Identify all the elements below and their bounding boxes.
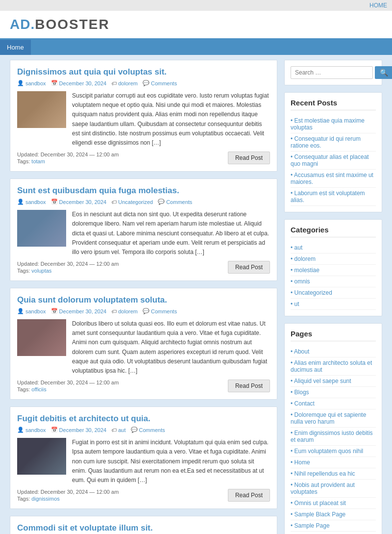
site-logo: AD.BOOSTER [10,17,382,32]
posts-container: Dignissimos aut quia qui voluptas sit. 👤… [10,60,277,534]
categories-title: Categories [291,226,376,237]
post-title-link-1[interactable]: Sunt est quibusdam quia fuga molestias. [17,186,179,195]
post-meta-2: 👤 sandbox 📅 December 30, 2024 🏷 dolorem … [17,308,270,314]
category-link-3[interactable]: omnis [294,278,310,285]
post-footer-3: Updated: December 30, 2024 — 12:00 am Ta… [17,489,270,502]
category-link-4[interactable]: Uncategorized [294,289,332,296]
page-link-7[interactable]: Eum voluptatem quos nihil [294,448,364,455]
recent-post-link-2[interactable]: Consequatur alias et placeat quo magni [291,153,369,167]
category-link-0[interactable]: aut [294,244,303,251]
page-item: Eum voluptatem quos nihil [291,446,376,457]
category-link-5[interactable]: ut [294,301,299,307]
post-body-2: Doloribus libero ut soluta quasi eos. Il… [17,319,270,376]
search-widget: 🔍 [284,60,382,85]
page-item: Sample Page [291,520,376,532]
post-thumbnail-3 [17,438,66,475]
page-link-2[interactable]: Aliquid vel saepe sunt [294,378,351,384]
post-item: Fugit debitis et architecto ut quia. 👤 s… [10,407,277,509]
category-link-1[interactable]: dolorem [294,255,316,262]
page-link-5[interactable]: Doloremque qui et sapiente nulla vero ha… [291,411,366,425]
category-item: omnis [291,276,376,287]
recent-post-link-4[interactable]: Laborum est sit voluptatem alias. [291,190,365,203]
post-title-link-3[interactable]: Fugit debitis et architecto ut quia. [17,414,150,423]
page-item: Nobis aut provident aut voluptates [291,480,376,498]
page-link-4[interactable]: Contact [294,400,315,407]
post-excerpt-3: Fugiat in porro est sit in animi incidun… [72,438,270,485]
post-tags-1: Tags: voluptas [17,268,119,274]
post-date-1: 📅 December 30, 2024 [51,199,107,205]
categories-list: autdoloremmolestiaeomnisUncategorizedut [291,242,376,310]
page-item: Sample Black Page [291,509,376,520]
search-button[interactable]: 🔍 [375,66,392,79]
home-link[interactable]: HOME [369,2,387,9]
content-area: Dignissimos aut quia qui voluptas sit. 👤… [10,60,277,534]
post-updated-3: Updated: December 30, 2024 — 12:00 am [17,489,119,495]
recent-post-link-1[interactable]: Consequatur id qui rerum ratione eos. [291,135,361,149]
category-item: ut [291,299,376,310]
post-footer-left-3: Updated: December 30, 2024 — 12:00 am Ta… [17,489,119,502]
post-thumbnail-1 [17,210,66,247]
pages-widget: Pages AboutAlias enim architecto soluta … [284,323,382,534]
post-footer-left-0: Updated: December 30, 2024 — 12:00 am Ta… [17,152,119,164]
post-excerpt-2: Doloribus libero ut soluta quasi eos. Il… [72,319,270,376]
post-updated-1: Updated: December 30, 2024 — 12:00 am [17,261,119,267]
read-post-button-2[interactable]: Read Post [228,380,270,392]
post-category-2: 🏷 dolorem [111,308,138,314]
page-link-13[interactable]: Sample Page [294,522,330,529]
logo-booster: BOOSTER [35,17,109,32]
category-item: dolorem [291,254,376,265]
post-title-link-0[interactable]: Dignissimos aut quia qui voluptas sit. [17,67,167,76]
post-meta-3: 👤 sandbox 📅 December 30, 2024 🏷 aut 💬 Co… [17,427,270,433]
main-container: Dignissimos aut quia qui voluptas sit. 👤… [5,55,387,534]
recent-post-item: Consequatur id qui rerum ratione eos. [291,133,376,152]
post-footer-1: Updated: December 30, 2024 — 12:00 am Ta… [17,261,270,274]
recent-post-link-3[interactable]: Accusamus est sint maxime ut maiores. [291,172,373,185]
recent-post-item: Laborum est sit voluptatem alias. [291,188,376,206]
page-link-0[interactable]: About [294,348,309,355]
post-author-3: 👤 sandbox [17,427,46,433]
page-link-11[interactable]: Omnis ut placeat sit [294,500,346,507]
read-post-button-3[interactable]: Read Post [228,489,270,502]
post-comments-0: 💬 Comments [143,80,177,86]
page-item: Home [291,457,376,468]
read-post-button-1[interactable]: Read Post [228,261,270,274]
post-date-0: 📅 December 30, 2024 [51,80,107,86]
page-link-6[interactable]: Enim dignissimos iusto debitis et earum [291,430,373,443]
post-footer-2: Updated: December 30, 2024 — 12:00 am Ta… [17,380,270,392]
post-title-2: Quia sunt dolorum voluptatem soluta. [17,295,270,305]
logo-ad: AD. [10,17,35,32]
page-link-1[interactable]: Alias enim architecto soluta et ducimus … [291,359,372,373]
post-title-link-2[interactable]: Quia sunt dolorum voluptatem soluta. [17,295,167,305]
recent-posts-widget: Recent Posts Est molestiae quia maxime v… [284,92,382,212]
page-link-12[interactable]: Sample Black Page [294,511,346,518]
post-title-link-4[interactable]: Commodi sit et voluptate illum sit. [17,523,153,533]
nav-home[interactable]: Home [0,40,31,55]
category-item: molestiae [291,265,376,276]
post-date-2: 📅 December 30, 2024 [51,308,107,314]
page-item: Omnis ut placeat sit [291,498,376,509]
post-body-3: Fugiat in porro est sit in animi incidun… [17,438,270,485]
page-link-9[interactable]: Nihil repellendus ea hic [294,470,355,477]
recent-post-link-0[interactable]: Est molestiae quia maxime voluptas [291,117,365,131]
post-thumbnail-2 [17,319,66,356]
recent-post-item: Est molestiae quia maxime voluptas [291,115,376,133]
page-item: About [291,346,376,357]
post-title-3: Fugit debitis et architecto ut quia. [17,414,270,424]
post-body-1: Eos in nesciunt aut dicta non sint quo. … [17,210,270,257]
page-link-3[interactable]: Blogs [294,389,309,396]
post-footer-left-2: Updated: December 30, 2024 — 12:00 am Ta… [17,380,119,392]
post-item: Quia sunt dolorum voluptatem soluta. 👤 s… [10,288,277,400]
category-link-2[interactable]: molestiae [294,267,319,274]
post-tags-2: Tags: officiis [17,386,119,392]
read-post-button-0[interactable]: Read Post [228,152,270,164]
page-link-8[interactable]: Home [294,459,310,466]
search-input[interactable] [291,66,373,79]
page-item: Alias enim architecto soluta et ducimus … [291,357,376,376]
pages-list: AboutAlias enim architecto soluta et duc… [291,346,376,534]
post-excerpt-1: Eos in nesciunt aut dicta non sint quo. … [72,210,270,257]
post-comments-3: 💬 Comments [131,427,165,433]
main-nav: Home [0,40,392,55]
page-link-10[interactable]: Nobis aut provident aut voluptates [291,482,355,495]
post-author-2: 👤 sandbox [17,308,46,314]
page-item: Aliquid vel saepe sunt [291,376,376,387]
